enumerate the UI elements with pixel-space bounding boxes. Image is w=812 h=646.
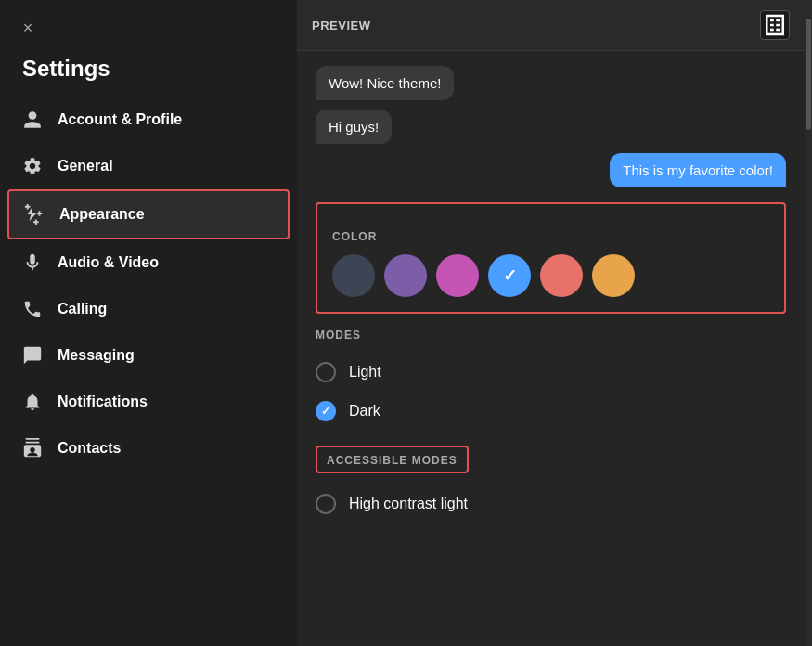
color-swatch-dark-slate[interactable] xyxy=(332,254,375,297)
color-swatches xyxy=(332,254,769,297)
content-area: PREVIEW Wow! Nice theme! Hi guys! This i… xyxy=(297,0,805,646)
color-section: COLOR xyxy=(316,202,786,314)
chat-icon xyxy=(22,345,43,366)
gear-icon xyxy=(22,156,43,176)
mode-dark-radio[interactable] xyxy=(316,401,336,421)
settings-scroll[interactable]: COLOR MODES Light xyxy=(297,202,805,646)
high-contrast-light-radio[interactable] xyxy=(316,494,336,514)
sidebar-item-calling-label: Calling xyxy=(58,301,107,317)
sidebar-item-appearance[interactable]: Appearance xyxy=(7,189,290,239)
scrollbar[interactable] xyxy=(805,0,812,646)
sidebar-item-account-label: Account & Profile xyxy=(58,111,182,128)
chat-bubble-3: This is my favorite color! xyxy=(610,153,786,187)
color-swatch-purple[interactable] xyxy=(384,254,427,297)
high-contrast-light-option[interactable]: High contrast light xyxy=(316,484,786,523)
settings-title: Settings xyxy=(0,48,297,97)
mode-light-option[interactable]: Light xyxy=(316,353,786,392)
sidebar-item-messaging-label: Messaging xyxy=(58,347,135,364)
high-contrast-light-label: High contrast light xyxy=(349,496,468,512)
sidebar-item-account[interactable]: Account & Profile xyxy=(0,97,297,143)
phone-icon xyxy=(22,299,43,319)
preview-header-label: PREVIEW xyxy=(312,19,370,32)
mode-light-radio[interactable] xyxy=(316,362,336,382)
sidebar-item-notifications[interactable]: Notifications xyxy=(0,379,297,425)
close-button[interactable]: × xyxy=(15,15,41,41)
mode-light-label: Light xyxy=(349,364,381,381)
mode-dark-label: Dark xyxy=(349,403,380,420)
color-swatch-pink-purple[interactable] xyxy=(436,254,479,297)
color-swatch-blue[interactable] xyxy=(488,254,531,297)
microphone-icon xyxy=(22,252,43,273)
sidebar-item-contacts[interactable]: Contacts xyxy=(0,425,297,472)
modes-section: MODES Light Dark xyxy=(316,329,786,431)
sidebar-item-audio-video[interactable]: Audio & Video xyxy=(0,239,297,286)
contacts-icon xyxy=(22,438,43,459)
color-swatch-orange[interactable] xyxy=(592,254,635,297)
chat-bubble-1: Wow! Nice theme! xyxy=(316,66,454,100)
sidebar-item-contacts-label: Contacts xyxy=(58,440,121,457)
sparkles-icon xyxy=(24,204,45,225)
app-layout: × Settings Account & Profile General xyxy=(0,0,812,646)
mode-dark-option[interactable]: Dark xyxy=(316,392,786,431)
toggle-panel-button[interactable] xyxy=(760,10,790,40)
scrollbar-thumb[interactable] xyxy=(806,19,811,130)
chat-preview: Wow! Nice theme! Hi guys! This is my fav… xyxy=(297,51,805,202)
color-section-label: COLOR xyxy=(332,230,769,243)
preview-header: PREVIEW xyxy=(297,0,805,51)
modes-section-label: MODES xyxy=(316,329,786,342)
sidebar-item-audio-video-label: Audio & Video xyxy=(58,254,159,271)
color-swatch-coral[interactable] xyxy=(540,254,583,297)
accessible-modes-label: ACCESSIBLE MODES xyxy=(327,454,458,467)
person-icon xyxy=(22,110,43,130)
sidebar: × Settings Account & Profile General xyxy=(0,0,297,646)
bell-icon xyxy=(22,392,43,412)
sidebar-item-messaging[interactable]: Messaging xyxy=(0,332,297,379)
sidebar-item-notifications-label: Notifications xyxy=(58,394,148,410)
sidebar-item-general-label: General xyxy=(58,158,113,174)
sidebar-item-general[interactable]: General xyxy=(0,143,297,189)
chat-bubble-2: Hi guys! xyxy=(316,110,392,144)
accessible-modes-box: ACCESSIBLE MODES xyxy=(316,446,469,473)
sidebar-item-calling[interactable]: Calling xyxy=(0,286,297,332)
sidebar-item-appearance-label: Appearance xyxy=(59,206,145,223)
